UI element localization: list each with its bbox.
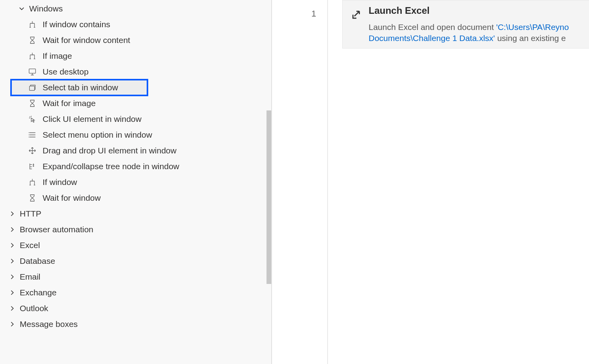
chevron-right-icon bbox=[9, 258, 16, 265]
tree-group-label: HTTP bbox=[20, 209, 41, 218]
flow-editor: 1 Launch Excel Launch Excel and open doc… bbox=[272, 0, 589, 364]
chevron-down-icon bbox=[18, 5, 25, 12]
tree-group-database[interactable]: Database bbox=[0, 253, 271, 269]
flow-if-icon bbox=[28, 51, 37, 61]
launch-icon bbox=[350, 7, 363, 21]
flow-if-icon bbox=[28, 177, 37, 187]
chevron-right-icon bbox=[9, 273, 16, 280]
tree-group-label: Message boxes bbox=[20, 319, 78, 329]
action-label: Use desktop bbox=[43, 67, 89, 77]
action-label: If window bbox=[43, 177, 77, 187]
action-label: Drag and drop UI element in window bbox=[43, 146, 177, 155]
flow-if-icon bbox=[28, 20, 37, 29]
chevron-right-icon bbox=[9, 289, 16, 296]
tree-group-http[interactable]: HTTP bbox=[0, 206, 271, 222]
tree-group-label: Exchange bbox=[20, 288, 56, 297]
tree-group-excel[interactable]: Excel bbox=[0, 237, 271, 253]
tree-group-label: Excel bbox=[20, 241, 40, 250]
tree-icon bbox=[28, 162, 37, 171]
svg-rect-1 bbox=[30, 86, 35, 90]
action-label: Select tab in window bbox=[43, 83, 118, 92]
step-desc-suffix: using an existing e bbox=[495, 34, 566, 43]
flow-step-launch-excel[interactable]: Launch Excel Launch Excel and open docum… bbox=[342, 0, 589, 49]
action-wait-for-window[interactable]: Wait for window bbox=[0, 190, 271, 206]
action-if-image[interactable]: If image bbox=[0, 48, 271, 64]
click-icon bbox=[28, 114, 37, 124]
tree-group-outlook[interactable]: Outlook bbox=[0, 301, 271, 316]
action-drag-and-drop[interactable]: Drag and drop UI element in window bbox=[0, 143, 271, 159]
action-wait-for-image[interactable]: Wait for image bbox=[0, 95, 271, 111]
chevron-right-icon bbox=[9, 210, 16, 217]
action-label: Click UI element in window bbox=[43, 114, 142, 124]
monitor-icon bbox=[28, 67, 37, 77]
tree-group-browser-automation[interactable]: Browser automation bbox=[0, 222, 271, 237]
tree-group-label: Browser automation bbox=[20, 225, 93, 234]
action-label: If image bbox=[43, 51, 72, 61]
action-wait-window-content[interactable]: Wait for window content bbox=[0, 32, 271, 48]
action-select-menu-option[interactable]: Select menu option in window bbox=[0, 127, 271, 143]
action-label: Expand/collapse tree node in window bbox=[43, 162, 179, 171]
action-expand-collapse-tree[interactable]: Expand/collapse tree node in window bbox=[0, 159, 271, 174]
line-number: 1 bbox=[311, 9, 316, 19]
action-select-tab-in-window[interactable]: Select tab in window bbox=[11, 80, 147, 95]
action-label: If window contains bbox=[43, 20, 110, 29]
tree-group-message-boxes[interactable]: Message boxes bbox=[0, 316, 271, 332]
tree-group-windows[interactable]: Windows bbox=[0, 1, 271, 17]
actions-panel: Windows If window contains Wait for wind… bbox=[0, 0, 272, 364]
tree-group-label: Email bbox=[20, 272, 41, 282]
tree-group-exchange[interactable]: Exchange bbox=[0, 285, 271, 301]
chevron-right-icon bbox=[9, 305, 16, 312]
tabs-icon bbox=[28, 83, 37, 92]
tree-group-email[interactable]: Email bbox=[0, 269, 271, 285]
drag-icon bbox=[28, 146, 37, 155]
chevron-right-icon bbox=[9, 226, 16, 233]
action-label: Wait for image bbox=[43, 99, 96, 108]
action-click-ui-element[interactable]: Click UI element in window bbox=[0, 111, 271, 127]
action-label: Wait for window bbox=[43, 193, 101, 203]
action-if-window-contains[interactable]: If window contains bbox=[0, 17, 271, 32]
scrollbar-thumb[interactable] bbox=[267, 110, 271, 284]
step-desc-prefix: Launch Excel and open document bbox=[369, 22, 496, 32]
chevron-right-icon bbox=[9, 321, 16, 328]
chevron-right-icon bbox=[9, 242, 16, 249]
action-label: Select menu option in window bbox=[43, 130, 152, 140]
line-gutter: 1 bbox=[272, 0, 328, 364]
tree-group-label: Windows bbox=[29, 4, 63, 13]
hourglass-icon bbox=[28, 35, 37, 45]
svg-rect-0 bbox=[29, 69, 36, 73]
step-description: Launch Excel and open document 'C:\Users… bbox=[369, 22, 589, 44]
action-if-window[interactable]: If window bbox=[0, 174, 271, 190]
menu-lines-icon bbox=[28, 130, 37, 140]
action-use-desktop[interactable]: Use desktop bbox=[0, 64, 271, 80]
hourglass-icon bbox=[28, 193, 37, 203]
tree-group-label: Outlook bbox=[20, 304, 48, 313]
hourglass-icon bbox=[28, 99, 37, 108]
step-title: Launch Excel bbox=[369, 5, 430, 16]
action-label: Wait for window content bbox=[43, 35, 130, 45]
tree-group-label: Database bbox=[20, 256, 55, 266]
